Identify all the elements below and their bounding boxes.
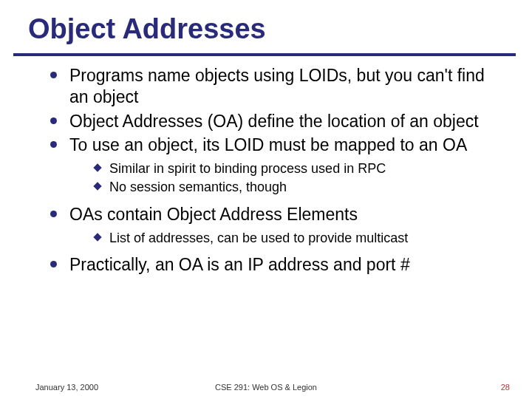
title-underline [13,53,516,56]
sub-bullet-list: Similar in spirit to binding process use… [69,160,502,197]
bullet-item: OAs contain Object Address Elements List… [44,204,502,247]
bullet-text: Programs name objects using LOIDs, but y… [69,66,485,106]
sub-bullet-list: List of addresses, can be used to provid… [69,230,502,247]
sub-bullet-text: Similar in spirit to binding process use… [109,161,386,176]
slide-body: Programs name objects using LOIDs, but y… [44,65,502,279]
sub-bullet-item: No session semantics, though [92,179,502,196]
sub-bullet-text: List of addresses, can be used to provid… [109,231,408,245]
sub-bullet-item: Similar in spirit to binding process use… [92,160,502,177]
sub-bullet-item: List of addresses, can be used to provid… [92,230,502,247]
bullet-item: Programs name objects using LOIDs, but y… [44,65,502,108]
bullet-item: To use an object, its LOID must be mappe… [44,134,502,197]
bullet-text: Object Addresses (OA) define the locatio… [69,112,479,131]
slide-title: Object Addresses [28,13,266,45]
bullet-text: To use an object, its LOID must be mappe… [69,135,467,154]
sub-bullet-text: No session semantics, though [109,180,287,194]
footer-page-number: 28 [501,383,510,392]
footer-course: CSE 291: Web OS & Legion [0,383,532,392]
bullet-text: Practically, an OA is an IP address and … [69,255,410,274]
bullet-text: OAs contain Object Address Elements [69,205,358,224]
bullet-item: Object Addresses (OA) define the locatio… [44,111,502,132]
slide: Object Addresses Programs name objects u… [0,0,532,399]
bullet-list: Programs name objects using LOIDs, but y… [44,65,502,276]
bullet-item: Practically, an OA is an IP address and … [44,254,502,276]
